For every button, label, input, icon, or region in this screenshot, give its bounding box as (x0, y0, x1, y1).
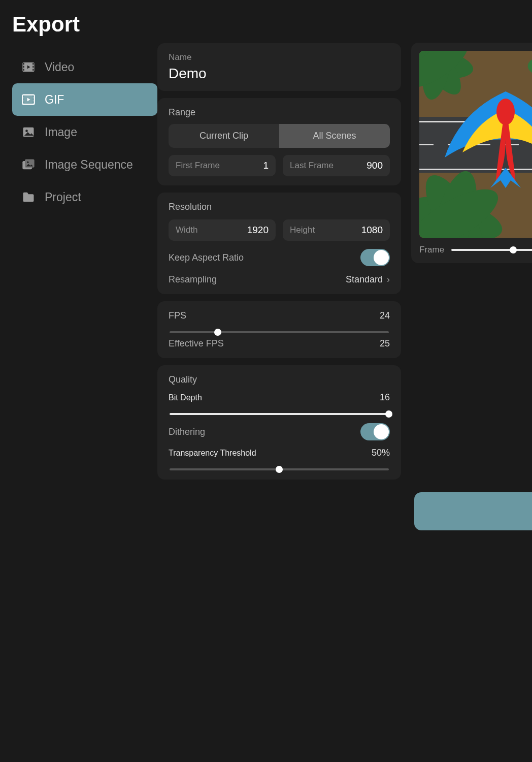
width-value: 1920 (247, 225, 269, 236)
tab-label: Project (45, 190, 81, 204)
chevron-right-icon: › (387, 274, 390, 285)
svg-rect-11 (32, 96, 34, 98)
resampling-value: Standard (346, 274, 383, 285)
preview-panel: Frame 210 (411, 43, 532, 263)
resampling-dropdown[interactable]: Standard › (346, 274, 390, 285)
gif-icon (21, 92, 36, 107)
image-sequence-icon (21, 157, 36, 172)
svg-rect-6 (32, 69, 34, 71)
svg-rect-13 (32, 102, 34, 104)
svg-rect-12 (32, 99, 34, 101)
transparency-slider[interactable] (170, 468, 389, 470)
project-icon (21, 190, 36, 204)
first-frame-field[interactable]: First Frame 1 (169, 155, 276, 176)
tab-label: GIF (45, 93, 64, 107)
keep-aspect-label: Keep Aspect Ratio (169, 252, 244, 263)
last-frame-value: 900 (367, 160, 383, 171)
resolution-label: Resolution (169, 202, 390, 212)
first-frame-value: 1 (263, 160, 269, 171)
frame-label: Frame (419, 245, 444, 255)
export-button[interactable]: Export (414, 492, 532, 530)
range-current-clip[interactable]: Current Clip (169, 124, 279, 148)
svg-rect-10 (23, 102, 24, 104)
bit-depth-label: Bit Depth (169, 393, 202, 402)
preview-parrot (440, 81, 532, 198)
range-all-scenes[interactable]: All Scenes (279, 124, 390, 148)
video-icon (21, 60, 36, 74)
frame-slider[interactable] (451, 249, 532, 251)
quality-label: Quality (169, 374, 390, 385)
tab-label: Video (45, 60, 74, 74)
name-label: Name (169, 52, 390, 62)
bit-depth-value: 16 (380, 392, 390, 403)
svg-rect-4 (32, 63, 34, 65)
svg-point-18 (27, 162, 29, 164)
dithering-label: Dithering (169, 427, 205, 437)
transparency-label: Transparency Threshold (169, 449, 256, 458)
svg-point-50 (496, 99, 515, 125)
effective-fps-value: 25 (380, 338, 390, 349)
svg-rect-5 (32, 66, 34, 68)
svg-point-15 (25, 130, 28, 132)
dithering-toggle[interactable] (360, 423, 390, 440)
height-value: 1080 (361, 225, 383, 236)
range-card: Range Current Clip All Scenes First Fram… (157, 98, 401, 185)
svg-rect-8 (23, 96, 24, 98)
height-field[interactable]: Height 1080 (283, 219, 390, 241)
tab-video[interactable]: Video (12, 51, 157, 83)
resampling-label: Resampling (169, 274, 217, 285)
transparency-value: 50% (372, 448, 390, 458)
range-segment[interactable]: Current Clip All Scenes (169, 124, 390, 148)
fps-slider[interactable] (170, 331, 389, 333)
range-label: Range (169, 107, 390, 118)
tab-project[interactable]: Project (12, 181, 157, 213)
fps-label: FPS (169, 310, 186, 321)
bit-depth-slider[interactable] (170, 413, 389, 415)
tab-image[interactable]: Image (12, 116, 157, 148)
quality-card: Quality Bit Depth 16 Dithering Transpare… (157, 365, 401, 480)
svg-rect-2 (23, 66, 24, 68)
image-icon (21, 125, 36, 139)
width-label: Width (176, 225, 197, 235)
tab-label: Image (45, 125, 77, 139)
first-frame-label: First Frame (176, 161, 220, 171)
svg-rect-9 (23, 99, 24, 101)
tab-label: Image Sequence (45, 158, 133, 172)
last-frame-field[interactable]: Last Frame 900 (283, 155, 390, 176)
svg-point-23 (528, 51, 532, 82)
fps-value: 24 (380, 310, 390, 321)
fps-card: FPS 24 Effective FPS 25 (157, 301, 401, 358)
svg-rect-1 (23, 63, 24, 65)
name-card: Name Demo (157, 43, 401, 91)
effective-fps-label: Effective FPS (169, 338, 224, 349)
name-value[interactable]: Demo (169, 66, 390, 82)
page-title: Export (12, 12, 157, 37)
height-label: Height (290, 225, 315, 235)
width-field[interactable]: Width 1920 (169, 219, 276, 241)
tab-gif[interactable]: GIF (12, 83, 157, 116)
preview-image (419, 51, 532, 238)
svg-rect-3 (23, 69, 24, 71)
export-type-tabs: Video GIF Image Image Sequence (12, 51, 157, 213)
resolution-card: Resolution Width 1920 Height 1080 Keep A… (157, 193, 401, 294)
keep-aspect-toggle[interactable] (360, 249, 390, 266)
tab-image-sequence[interactable]: Image Sequence (12, 148, 157, 181)
last-frame-label: Last Frame (290, 161, 334, 171)
